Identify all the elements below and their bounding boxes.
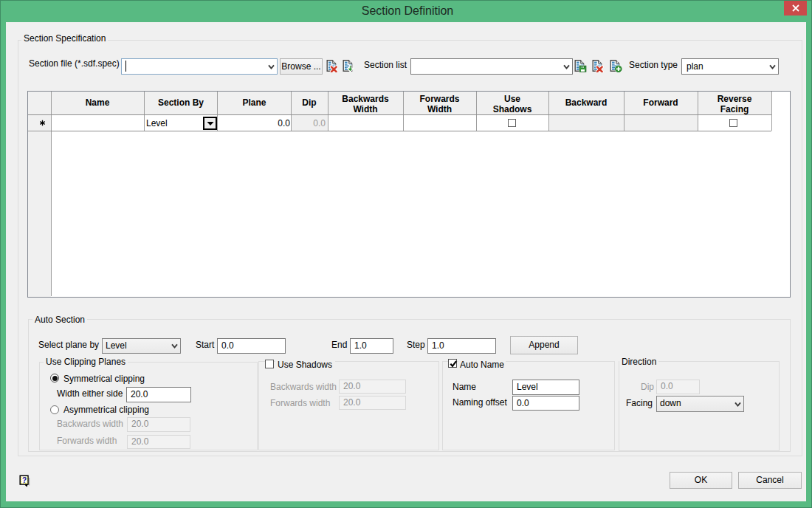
svg-text:?: ?: [22, 476, 27, 484]
